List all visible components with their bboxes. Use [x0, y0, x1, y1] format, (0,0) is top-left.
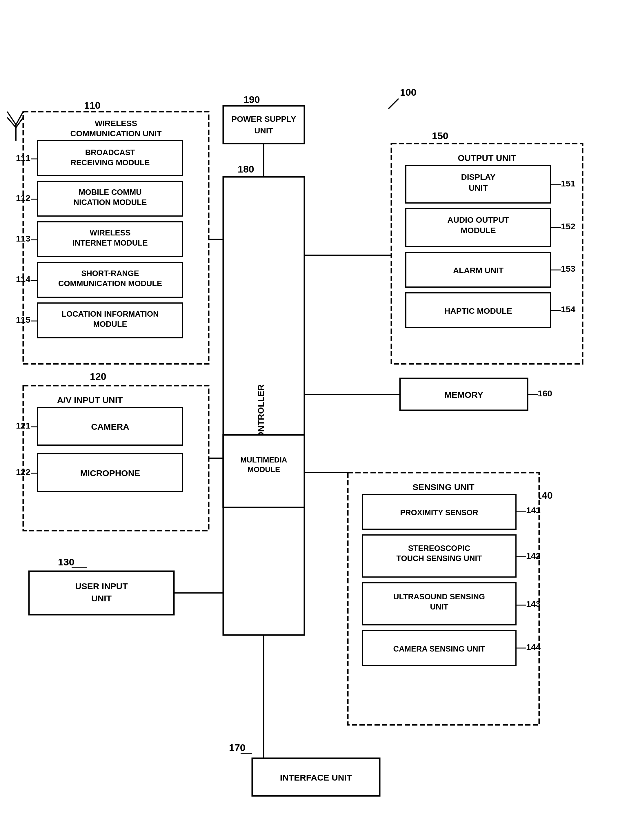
ref142-label: 142 [526, 551, 541, 560]
location-info-text1: LOCATION INFORMATION [62, 310, 159, 318]
microphone-text: MICROPHONE [80, 468, 140, 478]
memory-text: MEMORY [444, 390, 483, 400]
ref154-label: 154 [561, 305, 575, 314]
camera-sensing-text: CAMERA SENSING UNIT [393, 645, 485, 653]
output-unit-text: OUTPUT UNIT [458, 153, 516, 163]
display-unit-text2: UNIT [469, 184, 487, 193]
broadcast-box [38, 141, 183, 175]
audio-output-text1: AUDIO OUTPUT [447, 216, 509, 224]
display-unit-text1: DISPLAY [461, 172, 496, 181]
ref180-label: 180 [238, 164, 254, 175]
ref110-label: 110 [84, 100, 101, 111]
short-range-text2: COMMUNICATION MODULE [58, 279, 162, 288]
multimedia-text2: MODULE [248, 465, 280, 474]
ref111-label: 111 [16, 153, 30, 163]
ultrasound-text1: ULTRASOUND SENSING [393, 592, 485, 601]
stereoscopic-text1: STEREOSCOPIC [408, 544, 471, 553]
wireless-comm-text2: COMMUNICATION UNIT [70, 129, 162, 138]
ref160-label: 160 [538, 388, 552, 398]
camera-text: CAMERA [91, 422, 129, 431]
power-supply-box [223, 106, 305, 144]
ref113-label: 113 [16, 234, 30, 243]
ref170-label: 170 [229, 742, 245, 753]
short-range-text1: SHORT-RANGE [81, 269, 139, 278]
alarm-unit-text: ALARM UNIT [453, 266, 504, 275]
ref151-label: 151 [561, 178, 575, 188]
haptic-module-text: HAPTIC MODULE [444, 306, 512, 315]
wireless-comm-text1: WIRELESS [95, 119, 137, 128]
mobile-comm-text1: MOBILE COMMU [79, 188, 141, 196]
ref130-label: 130 [58, 556, 74, 568]
user-input-text2: UNIT [91, 593, 111, 603]
ultrasound-text2: UNIT [430, 602, 449, 611]
ref115-label: 115 [16, 315, 30, 324]
stereoscopic-text2: TOUCH SENSING UNIT [396, 554, 482, 563]
broadcast-text1: BROADCAST [85, 148, 135, 157]
multimedia-text1: MULTIMEDIA [240, 455, 287, 464]
ref112-label: 112 [16, 193, 30, 203]
ref114-label: 114 [16, 274, 30, 284]
power-supply-text2: UNIT [254, 126, 273, 135]
audio-output-text2: MODULE [461, 226, 496, 235]
av-input-text: A/V INPUT UNIT [57, 395, 123, 405]
location-info-text2: MODULE [94, 320, 127, 329]
proximity-text: PROXIMITY SENSOR [400, 508, 478, 517]
user-input-box [29, 571, 174, 615]
page-title [0, 0, 618, 17]
ref144-label: 144 [526, 642, 541, 652]
ref141-label: 141 [526, 505, 541, 515]
wireless-internet-text1: WIRELESS [89, 229, 131, 237]
ref143-label: 143 [526, 599, 541, 609]
mobile-comm-text2: NICATION MODULE [74, 198, 147, 207]
interface-unit-text: INTERFACE UNIT [280, 773, 352, 782]
wireless-internet-text2: INTERNET MODULE [73, 239, 148, 247]
ref153-label: 153 [561, 264, 575, 274]
ref122-label: 122 [16, 467, 30, 477]
svg-line-2 [388, 98, 398, 109]
ref121-label: 121 [16, 421, 30, 430]
broadcast-text2: RECEIVING MODULE [70, 158, 150, 167]
ref152-label: 152 [561, 222, 575, 231]
ref120-label: 120 [90, 371, 106, 382]
ref100-label: 100 [400, 87, 416, 98]
ref150-label: 150 [432, 130, 449, 141]
sensing-unit-text: SENSING UNIT [413, 482, 474, 492]
user-input-text1: USER INPUT [75, 581, 128, 591]
diagram-svg: 190 100 110 150 180 POWER SUPPLY UNIT CO… [0, 58, 618, 835]
ref190-label: 190 [244, 94, 260, 105]
power-supply-text1: POWER SUPPLY [231, 114, 296, 123]
